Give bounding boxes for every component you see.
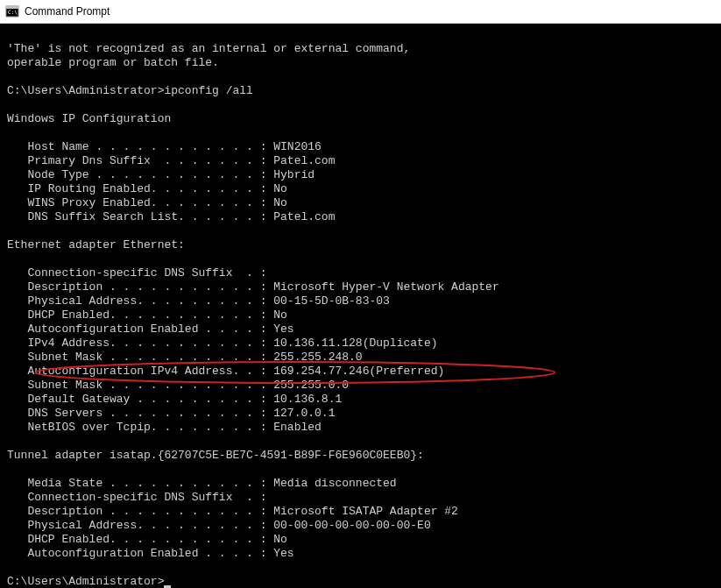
config-entry: Media State . . . . . . . . . . . : Medi…: [7, 477, 397, 490]
prompt-line: C:\Users\Administrator>: [7, 575, 171, 588]
config-entry: Description . . . . . . . . . . . : Micr…: [7, 280, 499, 294]
config-entry: DHCP Enabled. . . . . . . . . . . : No: [7, 308, 287, 322]
config-entry: IP Routing Enabled. . . . . . . . : No: [7, 182, 287, 195]
config-entry: DNS Suffix Search List. . . . . . : Pate…: [7, 210, 335, 223]
config-entry: Physical Address. . . . . . . . . : 00-0…: [7, 519, 431, 532]
config-entry: Subnet Mask . . . . . . . . . . . : 255.…: [7, 379, 349, 392]
prompt-line: C:\Users\Administrator>ipconfig /all: [7, 84, 253, 97]
config-entry: Node Type . . . . . . . . . . . . : Hybr…: [7, 168, 315, 181]
config-entry: WINS Proxy Enabled. . . . . . . . : No: [7, 196, 287, 209]
error-text: 'The' is not recognized as an internal o…: [7, 42, 410, 55]
svg-text:C:\: C:\: [8, 9, 18, 15]
section-header: Tunnel adapter isatap.{62707C5E-BE7C-459…: [7, 449, 424, 462]
config-entry: IPv4 Address. . . . . . . . . . . : 10.1…: [7, 337, 437, 350]
config-entry: DNS Servers . . . . . . . . . . . : 127.…: [7, 407, 335, 420]
config-entry: NetBIOS over Tcpip. . . . . . . . : Enab…: [7, 421, 322, 434]
section-header: Windows IP Configuration: [7, 112, 171, 125]
error-text: operable program or batch file.: [7, 56, 219, 69]
terminal-content[interactable]: 'The' is not recognized as an internal o…: [0, 24, 721, 588]
command-text: ipconfig /all: [164, 84, 252, 97]
config-entry-highlighted: Autoconfiguration IPv4 Address. . : 169.…: [7, 365, 444, 378]
config-entry: Connection-specific DNS Suffix . :: [7, 266, 266, 280]
cmd-icon: C:\: [5, 4, 19, 18]
config-entry: DHCP Enabled. . . . . . . . . . . : No: [7, 533, 287, 546]
window-title-bar[interactable]: C:\ Command Prompt: [0, 0, 721, 24]
config-entry: Autoconfiguration Enabled . . . . : Yes: [7, 547, 294, 560]
config-entry: Physical Address. . . . . . . . . : 00-1…: [7, 294, 390, 308]
config-entry: Connection-specific DNS Suffix . :: [7, 491, 266, 504]
section-header: Ethernet adapter Ethernet:: [7, 238, 185, 251]
config-entry: Primary Dns Suffix . . . . . . . : Patel…: [7, 154, 335, 167]
config-entry: Autoconfiguration Enabled . . . . : Yes: [7, 322, 294, 336]
config-entry: Default Gateway . . . . . . . . . : 10.1…: [7, 393, 342, 406]
prompt-path: C:\Users\Administrator>: [7, 84, 164, 97]
config-entry: Subnet Mask . . . . . . . . . . . : 255.…: [7, 351, 363, 364]
window-title: Command Prompt: [25, 5, 110, 18]
config-entry: Host Name . . . . . . . . . . . . : WIN2…: [7, 140, 322, 153]
prompt-path: C:\Users\Administrator>: [7, 575, 164, 588]
config-entry: Description . . . . . . . . . . . : Micr…: [7, 505, 458, 518]
